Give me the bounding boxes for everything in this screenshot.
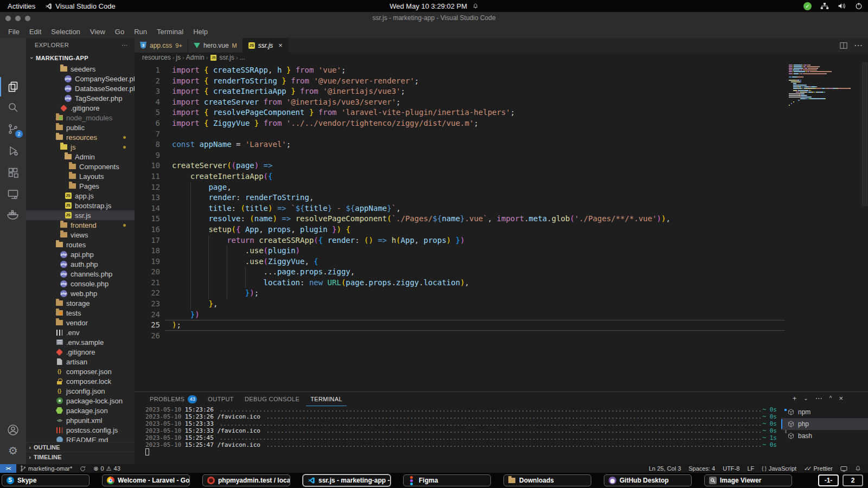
code-line-13[interactable]: 13 render: renderToString, <box>135 192 787 203</box>
panel-tab-terminal[interactable]: TERMINAL <box>306 392 347 406</box>
minimap[interactable] <box>789 65 860 368</box>
project-section-header[interactable]: › MARKETING-APP <box>26 52 135 64</box>
explorer-icon[interactable] <box>0 76 26 98</box>
tree-item-phpunit.xml[interactable]: </>phpunit.xml <box>26 415 135 425</box>
language-item[interactable]: { } JavaScript <box>758 464 800 473</box>
workspace-switcher-1[interactable]: -1- <box>818 474 839 486</box>
taskbar-window-2[interactable]: Welcome - Laravel - Google ... <box>102 474 190 486</box>
taskbar-window-1[interactable]: SSkype <box>2 474 90 486</box>
code-line-5[interactable]: 5import { resolvePageComponent } from 'l… <box>135 107 787 118</box>
tree-item-tests[interactable]: tests <box>26 308 135 318</box>
editor-more-actions-icon[interactable]: ⋯ <box>854 40 863 50</box>
split-editor-icon[interactable] <box>840 42 847 49</box>
menu-run[interactable]: Run <box>129 27 152 37</box>
tree-item-postcss.config.js[interactable]: postcss.config.js <box>26 425 135 435</box>
code-line-23[interactable]: 23 }, <box>135 299 787 310</box>
tab-close-icon[interactable]: × <box>278 41 283 49</box>
encoding-item[interactable]: UTF-8 <box>719 464 743 473</box>
docker-icon[interactable] <box>0 204 26 226</box>
code-line-15[interactable]: 15 resolve: (name) => resolvePageCompone… <box>135 214 787 224</box>
code-line-20[interactable]: 20 ...page.props.ziggy, <box>135 267 787 278</box>
run-debug-icon[interactable] <box>0 140 26 162</box>
account-icon[interactable] <box>0 419 26 441</box>
tree-item-vendor[interactable]: vendor <box>26 318 135 328</box>
screencast-icon[interactable] <box>837 464 851 473</box>
code-editor[interactable]: 1import { createSSRApp, h } from 'vue';2… <box>135 62 868 391</box>
tree-item-.gitignore[interactable]: .gitignore <box>26 103 135 113</box>
formatter-item[interactable]: ✓✓ Prettier <box>800 464 837 473</box>
timeline-section[interactable]: › TIMELINE <box>26 452 135 461</box>
code-line-21[interactable]: 21 location: new URL(page.props.ziggy.lo… <box>135 278 787 288</box>
tree-item-package.json[interactable]: package.json <box>26 406 135 415</box>
taskbar-window-3[interactable]: phpmyadmin.test / localhos... <box>202 474 290 486</box>
tree-item-frontend[interactable]: frontend <box>26 220 135 230</box>
tree-item-DatabaseSeeder.php[interactable]: phpDatabaseSeeder.php <box>26 84 135 93</box>
terminal-profile-php[interactable]: php <box>781 418 868 430</box>
code-line-1[interactable]: 1import { createSSRApp, h } from 'vue'; <box>135 65 787 76</box>
tree-item-auth.php[interactable]: phpauth.php <box>26 259 135 269</box>
code-line-25[interactable]: 25); <box>135 320 787 331</box>
code-line-11[interactable]: 11 createInertiaApp({ <box>135 171 787 182</box>
tree-item-Components[interactable]: Components <box>26 162 135 171</box>
tree-item-js[interactable]: js <box>26 142 135 152</box>
panel-close-icon[interactable]: × <box>839 394 843 402</box>
code-line-19[interactable]: 19 .use(ZiggyVue, { <box>135 256 787 267</box>
tree-item-routes[interactable]: routes <box>26 240 135 249</box>
tree-item-.env[interactable]: .env <box>26 328 135 337</box>
code-line-3[interactable]: 3import { createInertiaApp } from '@iner… <box>135 86 787 97</box>
extensions-icon[interactable] <box>0 162 26 183</box>
taskbar-window-5[interactable]: Figma <box>403 474 491 486</box>
volume-icon[interactable] <box>838 2 846 10</box>
tree-item-app.js[interactable]: JSapp.js <box>26 191 135 201</box>
terminal-dropdown-icon[interactable]: ⌄ <box>803 395 808 401</box>
source-control-icon[interactable]: 2 <box>0 118 26 140</box>
panel-tab-debug-console[interactable]: DEBUG CONSOLE <box>240 392 304 406</box>
breadcrumb-resources[interactable]: resources <box>142 54 171 61</box>
code-line-10[interactable]: 10createServer((page) => <box>135 160 787 171</box>
tree-item-public[interactable]: public <box>26 123 135 132</box>
tree-item-views[interactable]: views <box>26 230 135 240</box>
tree-item-CompanySeeder.php[interactable]: phpCompanySeeder.php <box>26 74 135 84</box>
problems-item[interactable]: ⊗ 0 ⚠ 43 <box>90 464 124 473</box>
tree-item-composer.lock[interactable]: composer.lock <box>26 376 135 386</box>
workspace-switcher-2[interactable]: 2 <box>843 474 863 486</box>
tree-item-web.php[interactable]: phpweb.php <box>26 288 135 298</box>
search-icon[interactable] <box>0 97 26 118</box>
taskbar-window-8[interactable]: Image Viewer <box>704 474 792 486</box>
taskbar-window-4[interactable]: ssr.js - marketing-app - Visu... <box>303 474 391 486</box>
menu-selection[interactable]: Selection <box>46 27 85 37</box>
tree-item-storage[interactable]: storage <box>26 298 135 308</box>
tree-item-channels.php[interactable]: phpchannels.php <box>26 269 135 279</box>
taskbar-window-6[interactable]: Downloads <box>503 474 591 486</box>
updates-ok-icon[interactable]: ✓ <box>803 2 812 10</box>
tree-item-Pages[interactable]: Pages <box>26 181 135 191</box>
code-line-16[interactable]: 16 setup({ App, props, plugin }) { <box>135 224 787 235</box>
tree-item-artisan[interactable]: artisan <box>26 357 135 367</box>
notifications-bell-icon[interactable] <box>851 464 865 473</box>
tree-item-composer.json[interactable]: {}composer.json <box>26 367 135 376</box>
tab-ssr-js[interactable]: JS ssr.js × <box>243 38 289 53</box>
menu-help[interactable]: Help <box>188 27 213 37</box>
editor-scrollbar[interactable] <box>862 62 867 206</box>
taskbar-window-7[interactable]: GitHub Desktop <box>604 474 692 486</box>
sync-item[interactable] <box>76 464 90 473</box>
tree-item-api.php[interactable]: phpapi.php <box>26 249 135 259</box>
breadcrumb-file[interactable]: ssr.js <box>219 54 234 61</box>
menu-edit[interactable]: Edit <box>24 27 46 37</box>
activities-button[interactable]: Activities <box>8 2 35 10</box>
tree-item-seeders[interactable]: seeders <box>26 64 135 74</box>
tab-hero-vue[interactable]: hero.vue M <box>188 38 243 53</box>
terminal-profile-npm[interactable]: npm <box>781 406 868 418</box>
tree-item-bootstrap.js[interactable]: JSbootstrap.js <box>26 201 135 210</box>
tab-app-css[interactable]: 3 app.css 9+ <box>135 38 188 53</box>
code-line-17[interactable]: 17 return createSSRApp({ render: () => h… <box>135 235 787 246</box>
terminal-output[interactable]: 2023-05-10 15:23:26 ....................… <box>145 406 777 448</box>
panel-more-icon[interactable]: ⋯ <box>815 394 822 402</box>
menu-file[interactable]: File <box>3 27 24 37</box>
code-line-8[interactable]: 8const appName = 'Laravel'; <box>135 139 787 150</box>
eol-item[interactable]: LF <box>743 464 758 473</box>
code-line-7[interactable]: 7 <box>135 129 787 140</box>
code-line-6[interactable]: 6import { ZiggyVue } from '../../vendor/… <box>135 118 787 129</box>
tree-item-.env.sample[interactable]: .env.sample <box>26 337 135 347</box>
menu-view[interactable]: View <box>85 27 110 37</box>
